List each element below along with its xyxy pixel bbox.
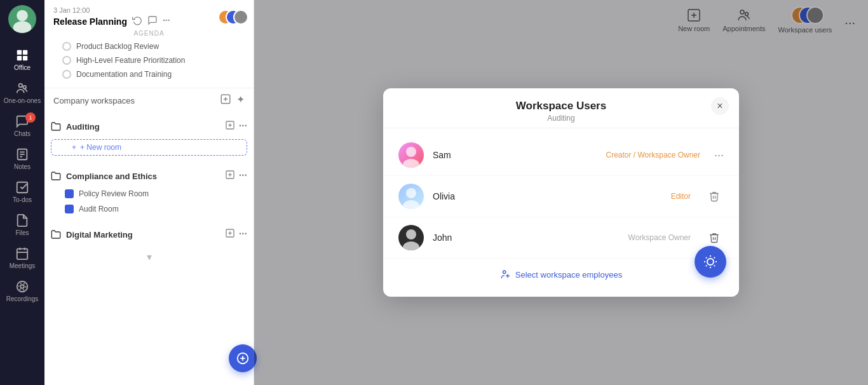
svg-point-49: [707, 259, 714, 265]
delete-button-olivia[interactable]: [705, 186, 724, 207]
sidebar-item-meetings[interactable]: Meetings: [0, 241, 44, 274]
auditing-group-header[interactable]: Auditing ···: [44, 116, 254, 137]
svg-point-1: [13, 21, 32, 33]
main-area: 3 Jan 12:00 Release Planning ···: [44, 0, 868, 385]
select-employees-link[interactable]: Select workspace employees: [383, 259, 739, 290]
user-name-olivia: Olivia: [433, 191, 662, 201]
svg-rect-12: [17, 182, 28, 193]
user-avatar-john: [398, 225, 424, 250]
compliance-group-header[interactable]: Compliance and Ethics ···: [44, 166, 254, 186]
meeting-title: Release Planning ···: [53, 15, 170, 27]
user-avatar-olivia: [398, 184, 424, 209]
sidebar-label-chats: Chats: [14, 130, 31, 137]
digital-actions: ···: [225, 228, 247, 241]
sidebar-item-files[interactable]: Files: [0, 208, 44, 241]
modal-title: Workspace Users: [396, 100, 726, 112]
user-role-sam: Creator / Workspace Owner: [606, 151, 700, 159]
agenda-dot: [62, 42, 71, 51]
svg-rect-4: [17, 56, 22, 60]
more-options-icon[interactable]: ···: [239, 120, 247, 133]
sidebar-item-recordings[interactable]: Recordings: [0, 274, 44, 307]
svg-point-46: [503, 271, 506, 274]
svg-rect-5: [23, 56, 27, 60]
room-item-policy[interactable]: Policy Review Room: [44, 186, 254, 201]
user-row-john: John Workspace Owner: [383, 217, 739, 259]
workspace-panel: 3 Jan 12:00 Release Planning ···: [44, 0, 254, 385]
folder-icon: [51, 229, 61, 240]
room-item-audit[interactable]: Audit Room: [44, 201, 254, 217]
delete-button-john[interactable]: [705, 227, 724, 248]
three-dots-button-sam[interactable]: ···: [714, 149, 724, 162]
add-room-icon[interactable]: [225, 170, 235, 182]
workspace-section: Company workspaces ✦: [44, 88, 254, 112]
chats-badge: 1: [25, 112, 36, 123]
content-area: New room Appointments Workspace users ..…: [254, 0, 868, 385]
agenda-dot: [62, 70, 71, 79]
add-room-icon[interactable]: [225, 120, 235, 133]
workspace-group-digital: Digital Marketing ···: [44, 224, 254, 245]
workspace-group-compliance: Compliance and Ethics ··· Policy Review …: [44, 166, 254, 217]
digital-group-header[interactable]: Digital Marketing ···: [44, 224, 254, 245]
modal-body: Sam Creator / Workspace Owner ··· Olivia…: [383, 128, 739, 297]
agenda-item-2: High-Level Feature Prioritization: [53, 53, 245, 67]
more-options-icon[interactable]: ···: [239, 170, 247, 182]
svg-point-40: [406, 147, 416, 157]
sidebar-item-office[interactable]: Office: [0, 43, 44, 76]
auditing-actions: ···: [225, 120, 247, 133]
more-options-icon[interactable]: ···: [239, 228, 247, 241]
agenda-dot: [62, 56, 71, 65]
more-icon[interactable]: ···: [163, 15, 170, 27]
compliance-label: Compliance and Ethics: [66, 172, 157, 181]
svg-point-6: [19, 84, 23, 88]
sidebar-item-oneononnes[interactable]: One-on-ones: [0, 76, 44, 109]
user-role-john: Workspace Owner: [628, 233, 691, 242]
user-name-john: John: [433, 233, 620, 243]
attendee-avatar: [233, 10, 248, 25]
svg-point-0: [17, 10, 28, 22]
user-avatar-sam: [398, 142, 424, 168]
modal-overlay: Workspace Users Auditing × Sam Creator /…: [254, 0, 868, 385]
user-row-sam: Sam Creator / Workspace Owner ···: [383, 135, 739, 176]
compliance-actions: ···: [225, 170, 247, 182]
svg-point-45: [403, 241, 419, 250]
svg-point-18: [20, 285, 24, 288]
sidebar-label-oneononnes: One-on-ones: [4, 97, 41, 104]
sidebar-item-chats[interactable]: 1 Chats: [0, 109, 44, 142]
svg-point-7: [23, 86, 26, 89]
workspace-group-auditing: Auditing ··· + + New room: [44, 116, 254, 158]
user-role-olivia: Editor: [671, 192, 691, 201]
new-room-button[interactable]: + + New room: [51, 139, 247, 156]
scroll-indicator: ▾: [44, 248, 254, 266]
select-employees-label: Select workspace employees: [515, 270, 622, 280]
refresh-icon[interactable]: [132, 15, 142, 27]
sidebar-label-files: Files: [15, 229, 29, 236]
user-name-sam: Sam: [433, 150, 597, 160]
agenda-item-3: Documentation and Training: [53, 67, 245, 81]
auditing-label: Auditing: [66, 122, 100, 132]
ai-icon[interactable]: ✦: [236, 93, 245, 107]
modal-subtitle: Auditing: [396, 114, 726, 123]
meeting-date: 3 Jan 12:00: [53, 6, 170, 14]
chat-icon[interactable]: [147, 15, 158, 27]
svg-point-44: [406, 229, 416, 240]
sidebar-label-meetings: Meetings: [10, 262, 36, 269]
digital-label: Digital Marketing: [66, 230, 133, 240]
user-actions-olivia: [705, 186, 724, 207]
workspace-users-modal: Workspace Users Auditing × Sam Creator /…: [383, 88, 739, 297]
room-dot: [65, 189, 74, 198]
workspace-header: Company workspaces ✦: [53, 93, 245, 107]
user-actions-sam: ···: [714, 149, 724, 162]
modal-close-button[interactable]: ×: [711, 97, 729, 115]
modal-fab[interactable]: [695, 246, 726, 278]
workspace-fab[interactable]: [229, 344, 254, 372]
sidebar-item-notes[interactable]: Notes: [0, 142, 44, 175]
sidebar-item-todos[interactable]: To-dos: [0, 175, 44, 208]
svg-rect-13: [17, 249, 28, 260]
add-workspace-icon[interactable]: [220, 93, 231, 107]
agenda-label: AGENDA: [53, 27, 245, 39]
company-logo[interactable]: [8, 5, 36, 33]
left-sidebar: Office One-on-ones 1 Chats Notes To-dos …: [0, 0, 44, 385]
add-room-icon[interactable]: [225, 228, 235, 241]
svg-point-41: [403, 159, 419, 168]
folder-icon: [51, 171, 61, 181]
